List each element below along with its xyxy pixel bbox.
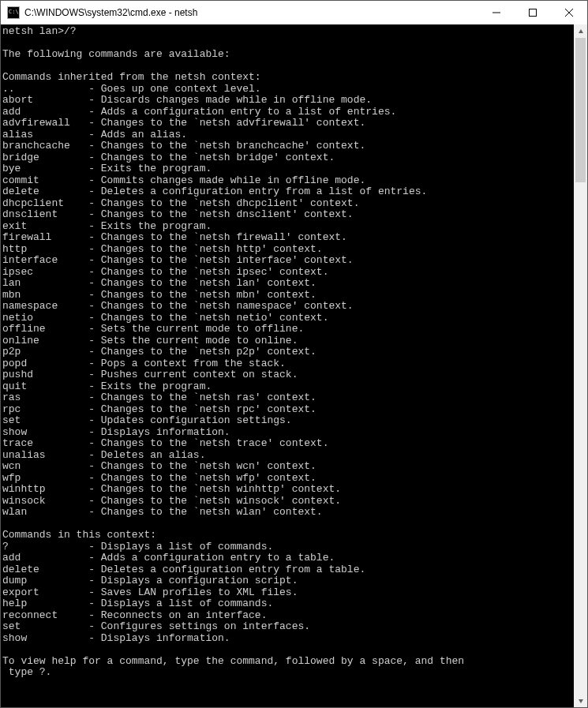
vertical-scrollbar[interactable] bbox=[574, 24, 587, 707]
minimize-button[interactable] bbox=[478, 1, 515, 24]
cmd-icon: C:\ bbox=[7, 6, 20, 19]
svg-marker-8 bbox=[579, 699, 583, 703]
cmd-window: C:\ C:\WINDOWS\system32\cmd.exe - netsh … bbox=[0, 0, 588, 708]
window-controls bbox=[478, 1, 587, 24]
scroll-track[interactable] bbox=[574, 38, 587, 694]
maximize-button[interactable] bbox=[515, 1, 551, 24]
svg-text:C:\: C:\ bbox=[9, 9, 19, 15]
close-button[interactable] bbox=[551, 1, 587, 24]
client-area: netsh lan>/? The following commands are … bbox=[1, 24, 587, 707]
svg-marker-7 bbox=[579, 29, 583, 33]
terminal-output[interactable]: netsh lan>/? The following commands are … bbox=[1, 24, 574, 707]
scroll-down-button[interactable] bbox=[574, 694, 587, 707]
window-title: C:\WINDOWS\system32\cmd.exe - netsh bbox=[24, 7, 478, 18]
scroll-up-button[interactable] bbox=[574, 24, 587, 38]
scroll-thumb[interactable] bbox=[575, 38, 586, 182]
titlebar[interactable]: C:\ C:\WINDOWS\system32\cmd.exe - netsh bbox=[1, 1, 587, 24]
svg-rect-4 bbox=[530, 9, 537, 17]
